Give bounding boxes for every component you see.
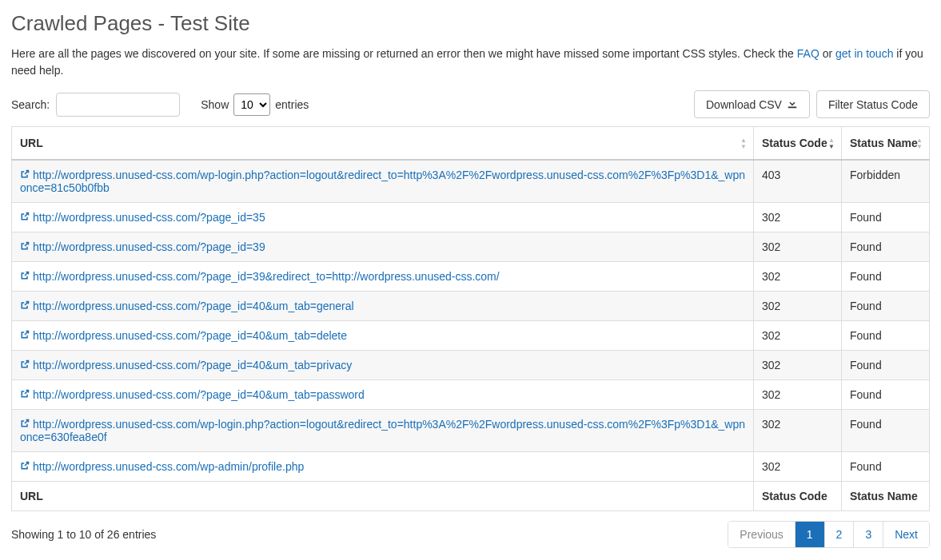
search-label: Search: <box>11 98 50 111</box>
external-link-icon <box>20 240 30 253</box>
intro-text: Here are all the pages we discovered on … <box>11 46 930 79</box>
cell-status-name: Found <box>842 351 930 380</box>
sort-icon <box>740 137 747 149</box>
table-row: http://wordpress.unused-css.com/wp-login… <box>12 160 930 203</box>
footer-status-code: Status Code <box>754 482 842 511</box>
page-title: Crawled Pages - Test Site <box>11 11 930 36</box>
showing-entries: Showing 1 to 10 of 26 entries <box>11 528 156 541</box>
cell-status-name: Forbidden <box>842 160 930 203</box>
cell-url: http://wordpress.unused-css.com/?page_id… <box>12 292 754 321</box>
url-link[interactable]: http://wordpress.unused-css.com/?page_id… <box>33 270 500 283</box>
footer-url: URL <box>12 482 754 511</box>
external-link-icon <box>20 460 30 473</box>
intro-before: Here are all the pages we discovered on … <box>11 47 797 60</box>
controls-right: Download CSV Filter Status Code <box>694 90 930 118</box>
table-row: http://wordpress.unused-css.com/?page_id… <box>12 292 930 321</box>
cell-status-code: 302 <box>754 380 842 410</box>
table-row: http://wordpress.unused-css.com/?page_id… <box>12 203 930 232</box>
cell-status-name: Found <box>842 321 930 351</box>
cell-url: http://wordpress.unused-css.com/?page_id… <box>12 351 754 380</box>
download-csv-button[interactable]: Download CSV <box>694 90 810 118</box>
cell-status-code: 403 <box>754 160 842 203</box>
cell-url: http://wordpress.unused-css.com/?page_id… <box>12 380 754 410</box>
external-link-icon <box>20 418 30 431</box>
header-status-name[interactable]: Status Name <box>842 127 930 161</box>
cell-status-code: 302 <box>754 292 842 321</box>
controls-left: Search: Show 10 entries <box>11 93 309 117</box>
download-icon <box>787 97 798 111</box>
table-footer-row: URL Status Code Status Name <box>12 482 930 511</box>
table-row: http://wordpress.unused-css.com/?page_id… <box>12 262 930 292</box>
header-url-label: URL <box>20 137 43 149</box>
url-link[interactable]: http://wordpress.unused-css.com/?page_id… <box>33 211 265 224</box>
cell-url: http://wordpress.unused-css.com/?page_id… <box>12 203 754 232</box>
cell-status-code: 302 <box>754 232 842 262</box>
header-url[interactable]: URL <box>12 127 754 161</box>
url-link[interactable]: http://wordpress.unused-css.com/wp-login… <box>20 169 745 194</box>
cell-status-name: Found <box>842 232 930 262</box>
header-status-code[interactable]: Status Code <box>754 127 842 161</box>
external-link-icon <box>20 169 30 181</box>
cell-status-name: Found <box>842 380 930 410</box>
cell-url: http://wordpress.unused-css.com/?page_id… <box>12 321 754 351</box>
header-status-code-label: Status Code <box>762 137 827 149</box>
entries-label: entries <box>275 98 309 111</box>
external-link-icon <box>20 329 30 342</box>
cell-url: http://wordpress.unused-css.com/wp-login… <box>12 410 754 452</box>
url-link[interactable]: http://wordpress.unused-css.com/wp-login… <box>20 418 745 443</box>
controls-row: Search: Show 10 entries Download CSV Fil… <box>11 90 930 118</box>
pagination-page[interactable]: 2 <box>825 522 855 547</box>
pagination-previous[interactable]: Previous <box>728 522 795 547</box>
pagination-next[interactable]: Next <box>883 522 929 547</box>
filter-status-code-button[interactable]: Filter Status Code <box>816 90 930 118</box>
table-header-row: URL Status Code Status Name <box>12 127 930 161</box>
cell-status-name: Found <box>842 262 930 292</box>
external-link-icon <box>20 359 30 371</box>
sort-icon <box>916 137 923 149</box>
entries-select[interactable]: 10 <box>233 93 270 116</box>
faq-link[interactable]: FAQ <box>797 47 819 60</box>
filter-status-label: Filter Status Code <box>828 98 918 111</box>
show-label: Show <box>201 98 229 111</box>
external-link-icon <box>20 211 30 224</box>
search-input[interactable] <box>56 93 180 117</box>
cell-status-code: 302 <box>754 262 842 292</box>
table-row: http://wordpress.unused-css.com/?page_id… <box>12 351 930 380</box>
url-link[interactable]: http://wordpress.unused-css.com/?page_id… <box>33 329 347 342</box>
pagination-page[interactable]: 3 <box>854 522 883 547</box>
download-csv-label: Download CSV <box>706 98 782 111</box>
table-row: http://wordpress.unused-css.com/?page_id… <box>12 232 930 262</box>
url-link[interactable]: http://wordpress.unused-css.com/?page_id… <box>33 240 265 253</box>
footer-row: Showing 1 to 10 of 26 entries Previous 1… <box>11 521 930 548</box>
external-link-icon <box>20 300 30 312</box>
cell-url: http://wordpress.unused-css.com/?page_id… <box>12 232 754 262</box>
show-entries-block: Show 10 entries <box>201 93 309 116</box>
crawled-pages-table: URL Status Code Status Name http://wordp… <box>11 126 930 511</box>
url-link[interactable]: http://wordpress.unused-css.com/?page_id… <box>33 388 365 401</box>
get-in-touch-link[interactable]: get in touch <box>835 47 893 60</box>
cell-url: http://wordpress.unused-css.com/wp-login… <box>12 160 754 203</box>
url-link[interactable]: http://wordpress.unused-css.com/wp-admin… <box>33 460 304 473</box>
cell-status-code: 302 <box>754 321 842 351</box>
cell-url: http://wordpress.unused-css.com/?page_id… <box>12 262 754 292</box>
cell-status-code: 302 <box>754 410 842 452</box>
cell-status-name: Found <box>842 292 930 321</box>
pagination-page[interactable]: 1 <box>795 522 825 547</box>
cell-status-code: 302 <box>754 452 842 482</box>
cell-status-name: Found <box>842 203 930 232</box>
external-link-icon <box>20 270 30 283</box>
table-row: http://wordpress.unused-css.com/wp-login… <box>12 410 930 452</box>
cell-status-code: 302 <box>754 351 842 380</box>
cell-status-name: Found <box>842 410 930 452</box>
sort-icon <box>828 137 835 149</box>
table-row: http://wordpress.unused-css.com/?page_id… <box>12 380 930 410</box>
url-link[interactable]: http://wordpress.unused-css.com/?page_id… <box>33 300 354 312</box>
url-link[interactable]: http://wordpress.unused-css.com/?page_id… <box>33 359 352 371</box>
cell-status-name: Found <box>842 452 930 482</box>
intro-mid: or <box>819 47 835 60</box>
footer-status-name: Status Name <box>842 482 930 511</box>
header-status-name-label: Status Name <box>850 137 918 149</box>
external-link-icon <box>20 388 30 401</box>
table-row: http://wordpress.unused-css.com/?page_id… <box>12 321 930 351</box>
table-row: http://wordpress.unused-css.com/wp-admin… <box>12 452 930 482</box>
